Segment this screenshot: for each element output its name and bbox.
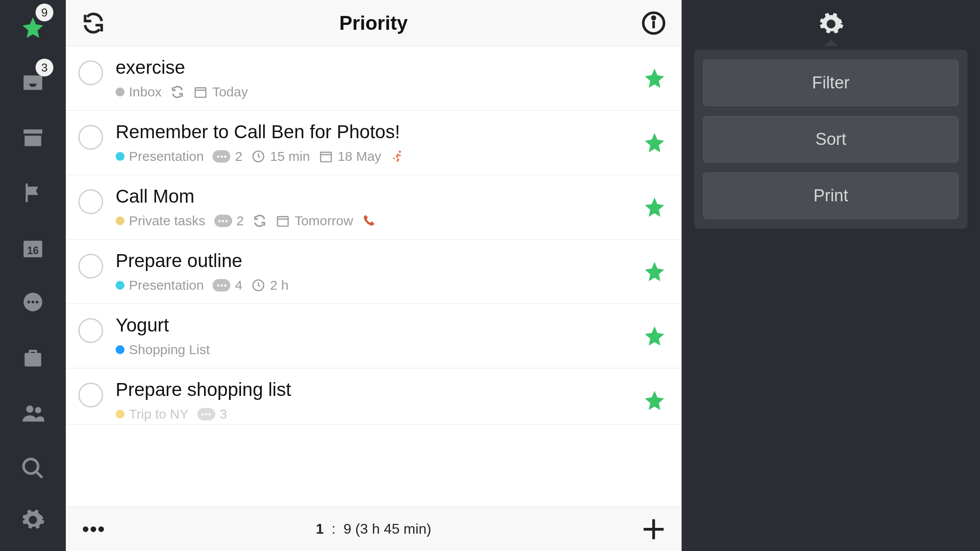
svg-point-24 bbox=[91, 526, 96, 532]
comments-indicator: 3 bbox=[197, 407, 227, 422]
task-checkbox[interactable] bbox=[78, 125, 103, 150]
task-star[interactable] bbox=[642, 323, 667, 348]
svg-point-4 bbox=[32, 301, 34, 303]
print-button[interactable]: Print bbox=[703, 172, 959, 219]
repeat-icon bbox=[253, 214, 267, 228]
gear-icon bbox=[20, 507, 45, 532]
task-checkbox[interactable] bbox=[78, 254, 103, 279]
list-dot bbox=[116, 88, 125, 96]
task-title: Remember to Call Ben for Photos! bbox=[116, 121, 630, 143]
sidebar: 9 3 16 bbox=[0, 0, 66, 551]
archive-icon bbox=[20, 125, 45, 150]
task-list-name: Trip to NY bbox=[129, 407, 189, 422]
inbox-badge: 3 bbox=[36, 59, 53, 76]
task-row[interactable]: Prepare outline Presentation 4 2 h bbox=[66, 240, 681, 304]
comments-indicator: 4 bbox=[213, 278, 242, 293]
svg-point-25 bbox=[98, 526, 104, 532]
more-icon bbox=[80, 516, 107, 543]
task-checkbox[interactable] bbox=[78, 318, 103, 343]
right-panel: Filter Sort Print bbox=[682, 0, 980, 551]
task-row[interactable]: Remember to Call Ben for Photos! Present… bbox=[66, 111, 681, 175]
task-list-name: Inbox bbox=[129, 84, 161, 100]
svg-rect-6 bbox=[24, 353, 41, 366]
sidebar-item-search[interactable] bbox=[16, 451, 50, 485]
task-row[interactable]: exercise Inbox Today bbox=[66, 46, 681, 111]
calendar-icon: 16 bbox=[20, 236, 45, 260]
task-row[interactable]: Call Mom Private tasks 2 Tomorrow bbox=[66, 175, 681, 240]
task-list-name: Presentation bbox=[129, 149, 204, 164]
calendar-small-icon bbox=[193, 85, 208, 99]
task-row[interactable]: Yogurt Shopping List bbox=[66, 304, 681, 368]
filter-button[interactable]: Filter bbox=[703, 60, 959, 106]
gear-icon bbox=[818, 11, 844, 37]
task-checkbox[interactable] bbox=[78, 189, 103, 214]
task-star[interactable] bbox=[642, 66, 667, 91]
repeat-indicator bbox=[253, 214, 267, 228]
task-title: Yogurt bbox=[116, 315, 630, 336]
task-title: Prepare outline bbox=[116, 250, 630, 272]
list-dot bbox=[116, 410, 125, 419]
task-list-name: Presentation bbox=[129, 278, 204, 293]
task-title: Call Mom bbox=[116, 186, 630, 207]
list-dot bbox=[116, 152, 125, 161]
sidebar-item-flag[interactable] bbox=[16, 176, 50, 210]
task-title: Prepare shopping list bbox=[116, 379, 630, 400]
chat-icon bbox=[20, 291, 45, 315]
svg-point-23 bbox=[83, 526, 88, 532]
main-panel: Priority exercise Inbox Today Remember t… bbox=[66, 0, 682, 551]
sidebar-item-priority[interactable]: 9 bbox=[16, 11, 50, 44]
info-icon bbox=[641, 11, 666, 36]
task-star[interactable] bbox=[642, 195, 667, 220]
list-dot bbox=[116, 281, 125, 290]
date-indicator: Tomorrow bbox=[276, 213, 353, 228]
svg-point-19 bbox=[398, 151, 401, 153]
task-checkbox[interactable] bbox=[78, 383, 103, 407]
sidebar-item-archive[interactable] bbox=[16, 121, 50, 155]
sort-button[interactable]: Sort bbox=[703, 116, 959, 163]
sidebar-item-inbox[interactable]: 3 bbox=[16, 66, 50, 100]
list-dot bbox=[116, 345, 125, 354]
svg-text:16: 16 bbox=[27, 245, 39, 256]
task-star[interactable] bbox=[642, 259, 667, 284]
search-icon bbox=[20, 456, 45, 481]
suitcase-icon bbox=[20, 346, 45, 371]
comments-indicator: 2 bbox=[214, 213, 244, 228]
sidebar-item-calendar[interactable]: 16 bbox=[16, 231, 50, 265]
task-list[interactable]: exercise Inbox Today Remember to Call Be… bbox=[66, 46, 681, 507]
running-icon bbox=[390, 149, 405, 164]
task-row[interactable]: Prepare shopping list Trip to NY 3 bbox=[66, 368, 681, 425]
sync-icon bbox=[81, 11, 106, 36]
settings-popover-anchor[interactable] bbox=[818, 11, 844, 37]
task-star[interactable] bbox=[642, 388, 667, 413]
svg-rect-14 bbox=[195, 88, 206, 97]
sidebar-item-suitcase[interactable] bbox=[16, 341, 50, 375]
duration-indicator: 15 min bbox=[251, 149, 310, 164]
main-header: Priority bbox=[66, 0, 681, 46]
sidebar-item-people[interactable] bbox=[16, 396, 50, 430]
task-list-name: Private tasks bbox=[129, 213, 205, 228]
date-indicator: Today bbox=[193, 84, 248, 100]
footer-status: 1 : 9 (3 h 45 min) bbox=[316, 521, 431, 537]
svg-point-5 bbox=[36, 301, 38, 303]
phone-icon bbox=[362, 214, 376, 228]
svg-point-9 bbox=[24, 459, 38, 474]
svg-line-10 bbox=[36, 471, 42, 478]
svg-point-8 bbox=[35, 407, 41, 413]
duration-indicator: 2 h bbox=[251, 278, 289, 293]
task-checkbox[interactable] bbox=[78, 60, 103, 85]
plus-icon bbox=[640, 516, 667, 543]
page-title: Priority bbox=[339, 12, 408, 34]
more-button[interactable] bbox=[80, 516, 107, 543]
clock-icon bbox=[251, 149, 265, 164]
task-star[interactable] bbox=[642, 130, 667, 155]
sync-button[interactable] bbox=[80, 10, 107, 36]
svg-rect-17 bbox=[321, 152, 331, 162]
settings-popover: Filter Sort Print bbox=[694, 50, 968, 229]
add-button[interactable] bbox=[640, 516, 667, 543]
sidebar-item-chat[interactable] bbox=[16, 286, 50, 320]
clock-icon bbox=[251, 278, 265, 292]
people-icon bbox=[20, 401, 45, 426]
context-running bbox=[390, 149, 405, 164]
sidebar-item-settings[interactable] bbox=[16, 503, 50, 537]
info-button[interactable] bbox=[640, 10, 667, 36]
